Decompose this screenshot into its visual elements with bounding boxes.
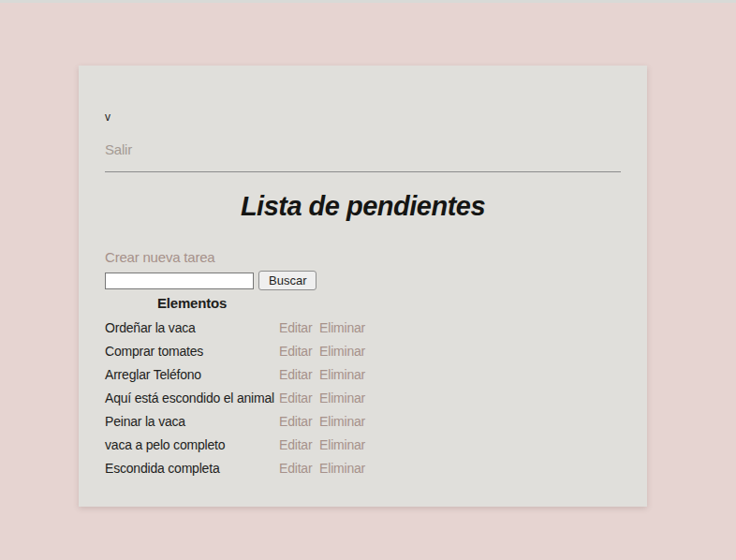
- delete-link[interactable]: Eliminar: [319, 320, 365, 335]
- todo-row: Aquí está escondido el animal Editar Eli…: [105, 387, 621, 410]
- window-top-edge: [0, 0, 736, 3]
- page-title: Lista de pendientes: [105, 187, 621, 225]
- list-header: Elementos: [105, 296, 279, 311]
- task-name: Aquí está escondido el animal: [105, 387, 279, 410]
- edit-link[interactable]: Editar: [279, 414, 312, 429]
- logout-link[interactable]: Salir: [105, 140, 132, 159]
- row-actions: Editar Eliminar: [279, 457, 365, 480]
- edit-link[interactable]: Editar: [279, 320, 312, 335]
- edit-link[interactable]: Editar: [279, 367, 312, 382]
- task-name: Escondida completa: [105, 457, 279, 480]
- task-name: vaca a pelo completo: [105, 434, 279, 457]
- todo-row: Comprar tomates Editar Eliminar: [105, 340, 621, 363]
- edit-link[interactable]: Editar: [279, 344, 312, 359]
- search-input[interactable]: [105, 273, 254, 289]
- create-task-link[interactable]: Crear nueva tarea: [105, 249, 215, 266]
- delete-link[interactable]: Eliminar: [319, 391, 365, 405]
- task-name: Arreglar Teléfono: [105, 363, 279, 387]
- edit-link[interactable]: Editar: [279, 437, 312, 452]
- edit-link[interactable]: Editar: [279, 391, 312, 405]
- row-actions: Editar Eliminar: [279, 340, 365, 363]
- todo-app-card: v Salir Lista de pendientes Crear nueva …: [79, 66, 647, 507]
- todo-row: Escondida completa Editar Eliminar: [105, 457, 621, 480]
- delete-link[interactable]: Eliminar: [319, 367, 365, 382]
- todo-list: Ordeñar la vaca Editar Eliminar Comprar …: [105, 317, 621, 480]
- delete-link[interactable]: Eliminar: [319, 344, 365, 359]
- delete-link[interactable]: Eliminar: [319, 414, 365, 429]
- todo-row: vaca a pelo completo Editar Eliminar: [105, 434, 621, 457]
- task-name: Peinar la vaca: [105, 410, 279, 434]
- row-actions: Editar Eliminar: [279, 317, 365, 340]
- row-actions: Editar Eliminar: [279, 434, 365, 457]
- search-button[interactable]: Buscar: [258, 271, 316, 290]
- row-actions: Editar Eliminar: [279, 387, 365, 410]
- header-divider: [105, 171, 621, 172]
- delete-link[interactable]: Eliminar: [319, 437, 365, 452]
- username-text: v: [105, 66, 621, 124]
- task-name: Ordeñar la vaca: [105, 317, 279, 340]
- row-actions: Editar Eliminar: [279, 363, 365, 387]
- todo-row: Arreglar Teléfono Editar Eliminar: [105, 363, 621, 387]
- search-form: Buscar: [105, 271, 621, 290]
- task-name: Comprar tomates: [105, 340, 279, 363]
- delete-link[interactable]: Eliminar: [319, 461, 365, 476]
- edit-link[interactable]: Editar: [279, 461, 312, 476]
- row-actions: Editar Eliminar: [279, 410, 365, 434]
- todo-row: Peinar la vaca Editar Eliminar: [105, 410, 621, 434]
- todo-row: Ordeñar la vaca Editar Eliminar: [105, 317, 621, 340]
